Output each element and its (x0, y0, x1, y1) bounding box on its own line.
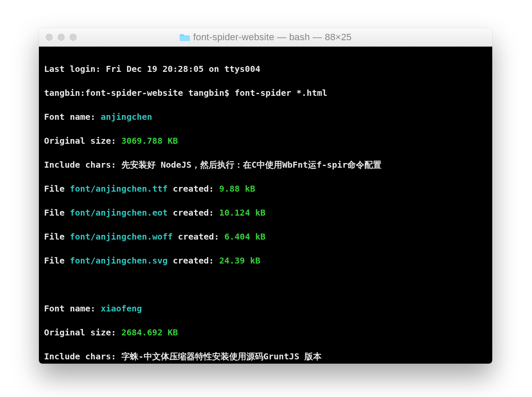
zoom-button[interactable] (70, 34, 77, 41)
file-line: File font/anjingchen.svg created: 24.39 … (44, 255, 487, 267)
include-chars-line: Include chars: 先安装好 NodeJS，然后执行：在C中使用WbF… (44, 159, 487, 171)
traffic-lights (39, 34, 77, 41)
include-chars-line: Include chars: 字蛛-中文体压缩器特性安装使用源码GruntJS … (44, 350, 487, 362)
command-line: tangbin:font-spider-website tangbin$ fon… (44, 87, 487, 99)
original-size-line: Original size: 2684.692 KB (44, 326, 487, 338)
file-line: File font/anjingchen.eot created: 10.124… (44, 207, 487, 219)
terminal-body[interactable]: Last login: Fri Dec 19 20:28:05 on ttys0… (39, 47, 492, 364)
titlebar[interactable]: font-spider-website — bash — 88×25 (39, 28, 492, 47)
terminal-window: font-spider-website — bash — 88×25 Last … (39, 28, 492, 364)
folder-icon (180, 33, 190, 41)
last-login-line: Last login: Fri Dec 19 20:28:05 on ttys0… (44, 63, 487, 75)
close-button[interactable] (46, 34, 53, 41)
font-name-line: Font name: anjingchen (44, 111, 487, 123)
original-size-line: Original size: 3069.788 KB (44, 135, 487, 147)
file-line: File font/anjingchen.woff created: 6.404… (44, 231, 487, 243)
font-name-line: Font name: xiaofeng (44, 302, 487, 314)
minimize-button[interactable] (58, 34, 65, 41)
window-title: font-spider-website — bash — 88×25 (193, 32, 352, 43)
file-line: File font/anjingchen.ttf created: 9.88 k… (44, 183, 487, 195)
title-wrap: font-spider-website — bash — 88×25 (39, 32, 492, 43)
blank-line (44, 278, 487, 290)
